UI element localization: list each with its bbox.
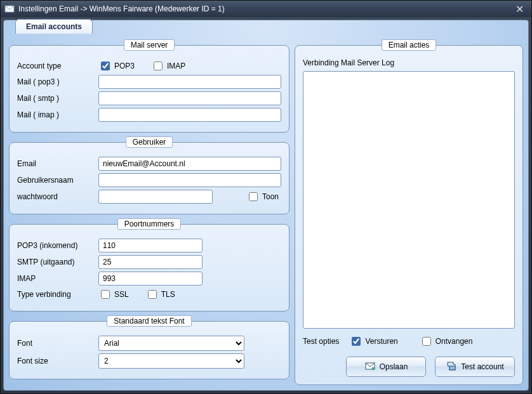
test-account-button-label: Test account	[461, 362, 503, 371]
input-mail-pop3[interactable]	[98, 75, 281, 89]
checkbox-versturen[interactable]: Versturen	[349, 335, 397, 348]
checkbox-ssl-label: SSL	[114, 290, 129, 299]
checkbox-tls[interactable]: TLS	[145, 288, 175, 301]
group-font: Standaard tekst Font Font Arial Font siz…	[9, 315, 289, 379]
input-port-smtp[interactable]	[98, 255, 203, 269]
label-mail-imap: Mail ( imap )	[17, 110, 93, 119]
checkbox-imap[interactable]: IMAP	[151, 60, 185, 72]
group-gebruiker: Gebruiker Email Gebruikersnaam wachtwoor…	[9, 136, 289, 214]
checkbox-imap-label: IMAP	[167, 62, 185, 70]
label-mail-smtp: Mail ( smtp )	[17, 94, 93, 103]
svg-point-2	[371, 367, 375, 370]
input-password[interactable]	[98, 190, 213, 204]
label-username: Gebruikersnaam	[17, 176, 93, 185]
checkbox-ontvangen-input[interactable]	[422, 337, 431, 346]
label-port-pop3: POP3 (inkomend)	[17, 241, 93, 250]
legend-poort: Poortnummers	[117, 218, 182, 230]
label-font-size: Font size	[17, 357, 93, 365]
window: Instellingen Email -> WinMens Fairware (…	[0, 0, 532, 394]
group-mail-server: Mail server Account type POP3 IMAP	[9, 39, 289, 133]
legend-font: Standaard tekst Font	[107, 315, 191, 327]
group-email-acties: Email acties Verbinding Mail Server Log …	[295, 39, 523, 385]
input-port-imap[interactable]	[98, 272, 203, 286]
input-email[interactable]	[98, 157, 281, 171]
checkbox-versturen-input[interactable]	[352, 337, 361, 346]
save-button-label: Opslaan	[380, 362, 408, 371]
select-font[interactable]: Arial	[98, 336, 244, 351]
checkbox-pop3[interactable]: POP3	[98, 60, 135, 72]
label-mail-pop3: Mail ( pop3 )	[17, 77, 93, 86]
checkbox-ontvangen-label: Ontvangen	[436, 337, 473, 346]
legend-email-acties: Email acties	[382, 39, 437, 51]
label-font: Font	[17, 339, 93, 348]
checkbox-toon[interactable]: Toon	[246, 190, 279, 203]
checkbox-ssl[interactable]: SSL	[98, 288, 129, 301]
checkbox-imap-input[interactable]	[154, 62, 163, 70]
titlebar: Instellingen Email -> WinMens Fairware (…	[1, 1, 531, 17]
textarea-log[interactable]	[303, 71, 515, 329]
checkbox-ssl-input[interactable]	[101, 290, 110, 299]
save-button[interactable]: Opslaan	[346, 357, 426, 377]
select-font-size[interactable]: 2	[98, 353, 244, 369]
input-mail-smtp[interactable]	[98, 91, 281, 105]
checkbox-tls-input[interactable]	[148, 290, 157, 299]
checkbox-versturen-label: Versturen	[365, 337, 397, 346]
label-port-smtp: SMTP (uitgaand)	[17, 258, 93, 266]
tab-email-accounts[interactable]: Email accounts	[15, 19, 93, 34]
client-area: Email accounts Mail server Account type …	[3, 20, 529, 391]
legend-mail-server: Mail server	[124, 39, 175, 51]
group-poortnummers: Poortnummers POP3 (inkomend) SMTP (uitga…	[9, 218, 289, 312]
label-type-verbinding: Type verbinding	[17, 290, 93, 299]
checkbox-tls-label: TLS	[161, 290, 175, 299]
svg-rect-3	[449, 366, 455, 370]
window-title: Instellingen Email -> WinMens Fairware (…	[18, 4, 512, 13]
save-icon	[364, 360, 376, 374]
input-username[interactable]	[98, 173, 281, 187]
label-log: Verbinding Mail Server Log	[303, 58, 515, 67]
close-icon[interactable]: ✕	[512, 3, 528, 15]
input-port-pop3[interactable]	[98, 239, 203, 253]
label-port-imap: IMAP	[17, 274, 93, 283]
label-account-type: Account type	[17, 62, 93, 70]
test-icon	[446, 360, 457, 374]
checkbox-toon-label: Toon	[262, 192, 279, 201]
input-mail-imap[interactable]	[98, 108, 281, 122]
label-test-opties: Test opties	[303, 337, 339, 346]
tab-strip: Email accounts	[15, 19, 93, 34]
legend-gebruiker: Gebruiker	[126, 136, 173, 148]
checkbox-ontvangen[interactable]: Ontvangen	[420, 335, 473, 348]
test-account-button[interactable]: Test account	[435, 357, 515, 377]
checkbox-pop3-input[interactable]	[101, 62, 110, 70]
checkbox-toon-input[interactable]	[249, 192, 258, 201]
label-password: wachtwoord	[17, 192, 93, 201]
label-email: Email	[17, 159, 93, 168]
mail-icon	[4, 4, 15, 14]
checkbox-pop3-label: POP3	[114, 62, 135, 70]
